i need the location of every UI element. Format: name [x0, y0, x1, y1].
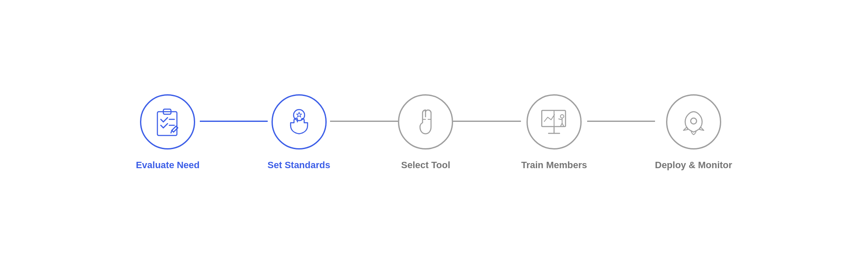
step-train-members: Train Members [521, 94, 587, 171]
presentation-icon [539, 108, 569, 136]
step-label-set-standards: Set Standards [268, 160, 330, 171]
step-evaluate-need: Evaluate Need [136, 94, 199, 171]
step-set-standards: Set Standards [268, 94, 330, 171]
connector-1 [200, 121, 268, 122]
step-circle-evaluate-need [140, 94, 195, 149]
connector-3 [453, 121, 521, 122]
svg-line-6 [163, 124, 168, 128]
connector-4 [587, 121, 655, 122]
step-circle-train-members [526, 94, 582, 149]
workflow-container: Evaluate Need Set Standards [0, 94, 868, 171]
step-label-deploy-monitor: Deploy & Monitor [655, 160, 732, 171]
step-label-evaluate-need: Evaluate Need [136, 160, 199, 171]
svg-point-13 [294, 110, 305, 121]
svg-point-25 [691, 118, 697, 124]
svg-line-3 [163, 118, 168, 122]
step-label-select-tool: Select Tool [401, 160, 451, 171]
pointer-hand-icon [414, 108, 437, 135]
svg-line-12 [171, 130, 172, 133]
step-deploy-monitor: Deploy & Monitor [655, 94, 732, 171]
svg-point-20 [560, 115, 564, 118]
step-circle-set-standards [272, 94, 327, 149]
clipboard-icon [154, 107, 181, 137]
svg-line-22 [559, 119, 562, 120]
connector-2 [330, 121, 398, 122]
step-label-train-members: Train Members [521, 160, 587, 171]
step-circle-select-tool [398, 94, 453, 149]
step-select-tool: Select Tool [398, 94, 453, 171]
badge-hand-icon [285, 107, 314, 136]
svg-line-2 [161, 119, 163, 122]
rocket-icon [680, 108, 707, 135]
svg-line-5 [161, 125, 163, 128]
step-circle-deploy-monitor [666, 94, 721, 149]
